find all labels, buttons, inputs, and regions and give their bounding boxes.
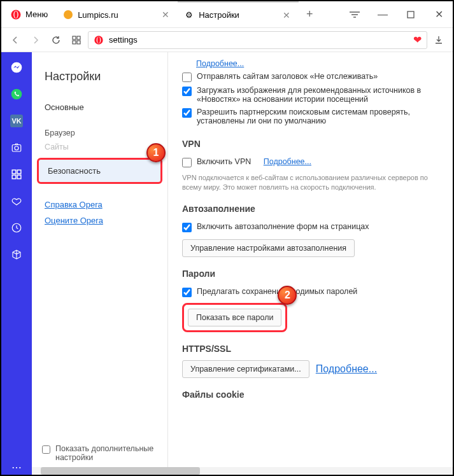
show-passwords-highlight: Показать все пароли 2 <box>182 303 287 332</box>
vpn-label: Включить VPN <box>197 157 251 166</box>
svg-point-3 <box>64 10 73 19</box>
address-field-wrapper: ❤ <box>88 31 427 49</box>
tab-title: Настройки <box>199 10 276 20</box>
opt-do-not-track[interactable]: Отправлять сайтам заголовок «Не отслежив… <box>182 70 439 84</box>
gear-icon: ⚙ <box>184 10 194 20</box>
show-advanced-checkbox[interactable] <box>42 445 50 454</box>
history-icon[interactable] <box>9 220 24 235</box>
rail-more-icon[interactable]: ⋯ <box>9 459 24 475</box>
maximize-button[interactable] <box>397 1 425 27</box>
svg-rect-19 <box>12 145 21 152</box>
vpn-checkbox[interactable] <box>182 158 192 167</box>
tab-settings[interactable]: ⚙ Настройки ✕ <box>178 1 299 27</box>
tab-lumpics[interactable]: Lumpics.ru ✕ <box>57 1 178 27</box>
svg-rect-24 <box>17 175 21 179</box>
new-tab-button[interactable]: + <box>299 1 320 27</box>
section-cookies-title: Файлы cookie <box>182 389 439 400</box>
svg-rect-11 <box>77 41 80 44</box>
lumpics-favicon-icon <box>63 10 73 20</box>
autofill-manage-button[interactable]: Управление настройками автозаполнения <box>182 239 355 257</box>
save-pwd-label: Предлагать сохранение вводимых паролей <box>197 287 357 296</box>
scrollbar-thumb[interactable] <box>41 467 200 475</box>
sidebar-link-rate[interactable]: Оцените Opera <box>32 213 167 228</box>
window-controls: — ✕ <box>341 1 453 27</box>
menu-label: Меню <box>25 10 48 19</box>
svg-rect-8 <box>73 36 76 39</box>
settings-main: Подробнее... Отправлять сайтам заголовок… <box>168 52 453 475</box>
svg-rect-7 <box>408 11 414 18</box>
sidebar-title: Настройки <box>32 52 167 94</box>
close-tab-icon[interactable]: ✕ <box>160 9 171 20</box>
https-more-link[interactable]: Подробнее... <box>316 363 377 375</box>
partner-search-label: Разрешить партнерским поисковым системам… <box>197 108 439 125</box>
svg-point-20 <box>15 146 18 150</box>
menu-button[interactable]: Меню <box>1 1 57 27</box>
sidebar-link-help[interactable]: Справка Opera <box>32 197 167 213</box>
downloads-button[interactable] <box>430 31 448 49</box>
dnt-label: Отправлять сайтам заголовок «Не отслежив… <box>197 72 378 81</box>
vk-icon[interactable]: VK <box>9 113 24 129</box>
load-images-label: Загружать изображения для рекомендованны… <box>197 86 439 104</box>
svg-rect-9 <box>77 36 80 39</box>
close-window-button[interactable]: ✕ <box>425 1 453 27</box>
svg-rect-10 <box>73 41 76 44</box>
show-all-passwords-button[interactable]: Показать все пароли <box>188 309 281 326</box>
callout-badge-1: 1 <box>146 143 166 162</box>
opt-vpn-enable[interactable]: Включить VPN Подробнее... <box>182 155 439 169</box>
forward-button[interactable] <box>27 31 45 49</box>
svg-rect-21 <box>12 170 16 174</box>
callout-badge-2: 2 <box>278 286 297 305</box>
messenger-icon[interactable] <box>9 60 24 75</box>
section-passwords-title: Пароли <box>182 269 439 279</box>
minimize-button[interactable]: — <box>369 1 397 27</box>
vpn-note: VPN подключается к веб-сайтам с использо… <box>182 169 439 192</box>
section-vpn-title: VPN <box>182 139 439 149</box>
back-button[interactable] <box>6 31 24 49</box>
autofill-label: Включить автозаполнение форм на страница… <box>197 222 369 231</box>
vpn-more-link[interactable]: Подробнее... <box>264 157 311 166</box>
sidebar-item-browser[interactable]: Браузер <box>32 126 167 140</box>
svg-text:VK: VK <box>11 117 21 125</box>
whatsapp-icon[interactable] <box>9 87 24 102</box>
extensions-icon[interactable] <box>9 167 24 182</box>
svg-point-2 <box>15 11 18 18</box>
sidebar-item-basic[interactable]: Основные <box>32 94 167 116</box>
extensions-cube-icon[interactable] <box>9 247 24 262</box>
screenshot-icon[interactable] <box>9 140 24 155</box>
load-images-checkbox[interactable] <box>182 87 192 96</box>
svg-point-14 <box>97 37 100 43</box>
horizontal-scrollbar[interactable] <box>32 467 453 475</box>
tab-title: Lumpics.ru <box>78 10 155 20</box>
sidebar-item-security[interactable]: Безопасность 1 <box>37 158 162 184</box>
bookmarks-icon[interactable] <box>9 193 24 209</box>
opt-load-images[interactable]: Загружать изображения для рекомендованны… <box>182 84 439 106</box>
svg-point-16 <box>11 89 22 100</box>
privacy-more-link[interactable]: Подробнее... <box>196 59 244 68</box>
address-bar: ❤ <box>1 28 453 52</box>
opera-logo-icon <box>10 9 22 20</box>
svg-rect-23 <box>12 175 16 179</box>
opt-autofill-enable[interactable]: Включить автозаполнение форм на страница… <box>182 220 439 234</box>
sidebar-list: Основные Браузер Сайты Безопасность 1 Сп… <box>32 94 167 228</box>
save-pwd-checkbox[interactable] <box>182 288 192 297</box>
close-tab-icon[interactable]: ✕ <box>281 10 292 21</box>
autofill-checkbox[interactable] <box>182 223 192 232</box>
speed-dial-button[interactable] <box>67 31 85 49</box>
section-autofill-title: Автозаполнение <box>182 204 439 214</box>
content-area: VK ⋯ Настройки Основные Браузер Сайты Бе… <box>1 52 453 475</box>
address-input[interactable] <box>109 35 408 45</box>
manage-certificates-button[interactable]: Управление сертификатами... <box>182 360 309 378</box>
easy-setup-icon[interactable] <box>341 1 369 27</box>
opera-badge-icon <box>94 35 104 45</box>
svg-rect-22 <box>17 170 21 174</box>
dnt-checkbox[interactable] <box>182 73 192 82</box>
opt-partner-search[interactable]: Разрешить партнерским поисковым системам… <box>182 106 439 127</box>
partner-search-checkbox[interactable] <box>182 108 192 118</box>
section-https-title: HTTPS/SSL <box>182 344 439 354</box>
tab-strip: Lumpics.ru ✕ ⚙ Настройки ✕ + <box>57 1 341 27</box>
opt-save-passwords[interactable]: Предлагать сохранение вводимых паролей <box>182 285 439 299</box>
reload-button[interactable] <box>47 31 65 49</box>
sidebar-item-label: Безопасность <box>48 166 101 176</box>
title-bar: Меню Lumpics.ru ✕ ⚙ Настройки ✕ + — ✕ <box>1 1 453 28</box>
bookmark-heart-icon[interactable]: ❤ <box>413 34 422 46</box>
